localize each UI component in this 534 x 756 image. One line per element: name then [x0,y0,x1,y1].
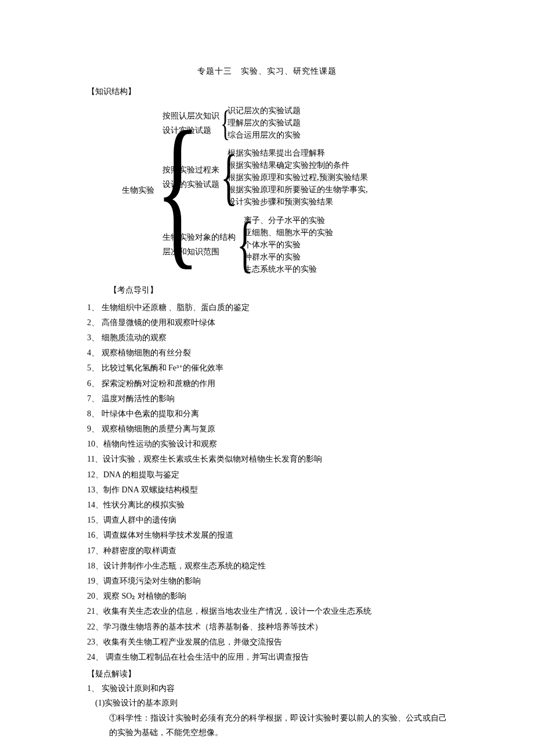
list-item: 6、 探索淀粉酶对淀粉和蔗糖的作用 [87,376,447,391]
brace-icon: { [156,106,160,275]
knowledge-structure-heading: 【知识结构】 [87,84,447,99]
guide-heading: 【考点导引】 [109,283,447,297]
diagram-item: 根据实验原理和所要验证的生物学事实, [228,183,368,196]
diagram-item: 离子、分子水平的实验 [244,214,333,226]
diagram-item: 理解层次的实验试题 [228,117,301,129]
list-item: 22、学习微生物培养的基本技术（培养基制备、接种培养等技术） [87,620,447,634]
list-item: 11、设计实验，观察生长素或生长素类似物对植物生长发育的影响 [87,452,447,466]
brace-icon: { [221,105,225,141]
list-item: 4、 观察植物细胞的有丝分裂 [87,345,447,360]
list-item: 3、 细胞质流动的观察 [87,330,447,345]
list-item: 19、调查环境污染对生物的影响 [87,574,447,588]
list-item: 1、 生物组织中还原糖 、脂肪、蛋白质的鉴定 [87,300,447,315]
list-item: 16、调查媒体对生物科学技术发展的报道 [87,528,447,542]
list-item: 15、调查人群中的遗传病 [87,513,447,527]
diagram-item: 个体水平的实验 [244,239,333,251]
list-item: 10、植物向性运动的实验设计和观察 [87,437,447,451]
doubt-subitem: (1)实验设计的基本原则 [95,696,447,710]
brace-icon: { [237,213,241,276]
diagram-item: 综合运用层次的实验 [228,129,301,141]
list-item: 23、收集有关生物工程产业发展的信息，并做交流报告 [87,635,447,649]
diagram-item: 根据实验结果提出合理解释 [228,147,368,159]
list-item: 14、性状分离比的模拟实验 [87,498,447,512]
page-title: 专题十三 实验、实习、研究性课题 [87,64,447,78]
list-item: 20、观察 SO₂ 对植物的影响 [87,589,447,603]
diagram-item: 生态系统水平的实验 [244,263,333,275]
list-item: 7、 温度对酶活性的影响 [87,391,447,406]
diagram-item: 根据实验原理和实验过程,预测实验结果 [228,171,368,183]
diagram-item: 识记层次的实验试题 [228,105,301,117]
document-page: 专题十三 实验、实习、研究性课题 【知识结构】 生物实验 { 按照认层次知识 设… [0,0,534,756]
guide-list: 1、 生物组织中还原糖 、脂肪、蛋白质的鉴定 2、 高倍显微镜的使用和观察叶绿体… [87,300,447,665]
list-item: 2、 高倍显微镜的使用和观察叶绿体 [87,315,447,330]
list-item: 8、 叶绿体中色素的提取和分离 [87,406,447,421]
doubt-text: ①科学性：指设计实验时必须有充分的科学根据，即设计实验时要以前人的实验、公式或自… [109,711,447,740]
list-item: 17、种群密度的取样调查 [87,543,447,558]
list-item: 13、制作 DNA 双螺旋结构模型 [87,483,447,497]
brace-icon: { [221,146,225,208]
list-item: 9、 观察植物细胞的质壁分离与复原 [87,422,447,436]
diagram-item: 设计实验步骤和预测实验结果 [228,196,368,208]
list-item: 12、DNA 的粗提取与鉴定 [87,467,447,482]
doubt-heading: 【疑点解读】 [87,667,447,681]
list-item: 5、 比较过氧化氢酶和 Fe³⁺的催化效率 [87,361,447,375]
diagram-item: 根据实验结果确定实验控制的条件 [228,159,368,171]
list-item: 18、设计并制作小生态瓶，观察生态系统的稳定性 [87,559,447,573]
diagram-item: 亚细胞、细胞水平的实验 [244,226,333,239]
doubt-item-1: 1、 实验设计原则和内容 [87,681,447,696]
diagram-root-label: 生物实验 [122,183,154,197]
structure-diagram: 生物实验 { 按照认层次知识 设计实验试题 { 识记层次的实验试题 理解层次的实… [122,102,447,278]
list-item: 24、 调查生物工程制品在社会生活中的应用，并写出调查报告 [87,650,447,664]
diagram-item: 种群水平的实验 [244,251,333,263]
list-item: 21、收集有关生态农业的信息，根据当地农业生产情况，设计一个农业生态系统 [87,604,447,618]
